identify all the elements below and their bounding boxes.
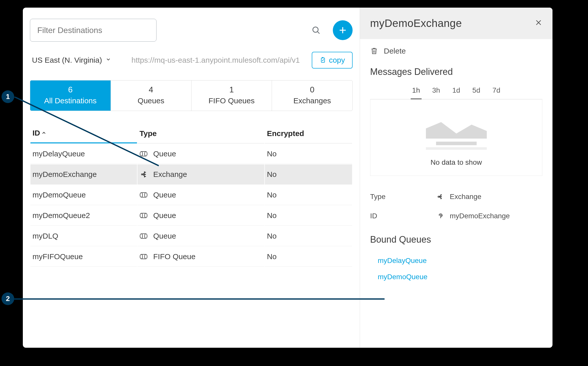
tab-count: 4 bbox=[113, 85, 189, 94]
bound-queue-link[interactable]: myDemoQueue bbox=[370, 269, 542, 285]
time-tab-3h[interactable]: 3h bbox=[431, 84, 441, 99]
no-data-text: No data to show bbox=[378, 158, 534, 167]
fingerprint-icon bbox=[436, 213, 445, 219]
api-url-text: https://mq-us-east-1.anypoint.mulesoft.c… bbox=[131, 56, 306, 64]
time-tab-1h[interactable]: 1h bbox=[411, 84, 421, 99]
table-row[interactable]: myDemoQueue2QueueNo bbox=[30, 206, 352, 226]
time-tab-5d[interactable]: 5d bbox=[471, 84, 481, 99]
svg-point-17 bbox=[145, 193, 147, 197]
prop-type-value: Exchange bbox=[450, 193, 481, 201]
cell-type: Exchange bbox=[137, 164, 264, 185]
tab-label: Exchanges bbox=[274, 96, 350, 105]
svg-line-3 bbox=[318, 32, 320, 34]
messages-delivered-heading: Messages Delivered bbox=[370, 66, 542, 77]
chevron-down-icon bbox=[106, 57, 111, 64]
cell-encrypted: No bbox=[265, 206, 352, 226]
detail-title: myDemoExchange bbox=[370, 17, 462, 29]
prop-type-label: Type bbox=[370, 193, 436, 201]
svg-point-18 bbox=[140, 213, 143, 218]
prop-id-label: ID bbox=[370, 212, 436, 220]
cell-id: myFIFOQueue bbox=[30, 247, 137, 267]
svg-marker-14 bbox=[144, 174, 146, 175]
region-row: US East (N. Virginia) https://mq-us-east… bbox=[32, 52, 353, 69]
col-encrypted[interactable]: Encrypted bbox=[265, 124, 352, 143]
filter-destinations-input[interactable] bbox=[30, 19, 157, 42]
time-tab-1d[interactable]: 1d bbox=[451, 84, 461, 99]
prop-id-row: ID myDemoExchange bbox=[370, 206, 542, 226]
messages-chart-card: No data to show bbox=[370, 99, 542, 176]
cell-encrypted: No bbox=[265, 226, 352, 246]
cell-id: myDLQ bbox=[30, 226, 137, 246]
region-selected-label: US East (N. Virginia) bbox=[32, 56, 102, 64]
cell-id: myDemoExchange bbox=[30, 164, 137, 185]
cell-id: myDemoQueue bbox=[30, 185, 137, 205]
table-row[interactable]: myDLQQueueNo bbox=[30, 226, 352, 246]
cell-type: Queue bbox=[137, 206, 264, 226]
callout-badge-1: 1 bbox=[2, 90, 14, 103]
region-select[interactable]: US East (N. Virginia) bbox=[32, 56, 111, 64]
callout-line-2 bbox=[14, 298, 385, 300]
chart-placeholder bbox=[426, 111, 487, 150]
tab-count: 0 bbox=[274, 85, 350, 94]
svg-point-9 bbox=[142, 174, 143, 175]
bound-queue-link[interactable]: myDelayQueue bbox=[370, 253, 542, 269]
svg-point-23 bbox=[145, 254, 147, 259]
prop-type-row: Type Exchange bbox=[370, 187, 542, 206]
cell-encrypted: No bbox=[265, 247, 352, 267]
search-input-wrap bbox=[30, 19, 327, 42]
clipboard-icon bbox=[319, 57, 326, 63]
delete-label: Delete bbox=[384, 47, 406, 55]
tab-count: 1 bbox=[194, 85, 269, 94]
search-icon bbox=[312, 26, 321, 35]
delete-button[interactable]: Delete bbox=[370, 47, 542, 55]
queue-icon bbox=[140, 233, 149, 239]
trash-icon bbox=[370, 47, 378, 55]
queue-icon bbox=[140, 254, 149, 259]
callout-badge-2: 2 bbox=[2, 292, 14, 305]
tab-exchanges[interactable]: 0 Exchanges bbox=[272, 80, 352, 111]
copy-button-label: copy bbox=[329, 56, 345, 64]
table-row[interactable]: myDemoExchangeExchangeNo bbox=[30, 164, 352, 185]
cell-id: myDemoQueue2 bbox=[30, 206, 137, 226]
svg-point-21 bbox=[145, 234, 147, 238]
svg-marker-13 bbox=[144, 172, 146, 173]
tab-fifo-queues[interactable]: 1 FIFO Queues bbox=[192, 80, 272, 111]
search-row bbox=[30, 19, 353, 42]
cell-type: Queue bbox=[137, 185, 264, 205]
prop-id-value: myDemoExchange bbox=[450, 212, 510, 220]
svg-point-22 bbox=[140, 254, 143, 259]
callout-line-1 bbox=[14, 97, 159, 167]
exchange-icon bbox=[436, 193, 445, 200]
add-destination-button[interactable] bbox=[333, 20, 353, 40]
queue-icon bbox=[140, 213, 149, 218]
queue-icon bbox=[140, 192, 149, 198]
svg-point-16 bbox=[140, 193, 143, 197]
bound-queues-list: myDelayQueuemyDemoQueue bbox=[370, 253, 542, 285]
svg-point-20 bbox=[140, 234, 143, 238]
cell-type: FIFO Queue bbox=[137, 247, 264, 267]
cell-encrypted: No bbox=[265, 144, 352, 164]
cell-encrypted: No bbox=[265, 185, 352, 205]
close-detail-button[interactable] bbox=[535, 19, 542, 28]
plus-icon bbox=[338, 26, 347, 35]
svg-line-0 bbox=[14, 97, 159, 166]
svg-marker-15 bbox=[144, 176, 146, 177]
time-range-tabs: 1h3h1d5d7d bbox=[370, 84, 542, 99]
exchange-icon bbox=[140, 171, 149, 178]
detail-header: myDemoExchange bbox=[360, 8, 552, 39]
svg-point-19 bbox=[145, 213, 147, 218]
table-row[interactable]: myFIFOQueueFIFO QueueNo bbox=[30, 247, 352, 267]
tab-label: FIFO Queues bbox=[194, 96, 269, 105]
svg-point-29 bbox=[438, 196, 439, 197]
close-icon bbox=[535, 19, 542, 26]
cell-encrypted: No bbox=[265, 164, 352, 185]
detail-panel: myDemoExchange Delete Messages D bbox=[360, 8, 552, 348]
bound-queues-heading: Bound Queues bbox=[370, 234, 542, 245]
time-tab-7d[interactable]: 7d bbox=[491, 84, 501, 99]
svg-marker-28 bbox=[426, 122, 487, 139]
cell-type: Queue bbox=[137, 226, 264, 246]
copy-url-button[interactable]: copy bbox=[312, 52, 353, 69]
table-row[interactable]: myDemoQueueQueueNo bbox=[30, 185, 352, 205]
app-frame: US East (N. Virginia) https://mq-us-east… bbox=[23, 8, 552, 348]
svg-point-2 bbox=[313, 27, 318, 32]
